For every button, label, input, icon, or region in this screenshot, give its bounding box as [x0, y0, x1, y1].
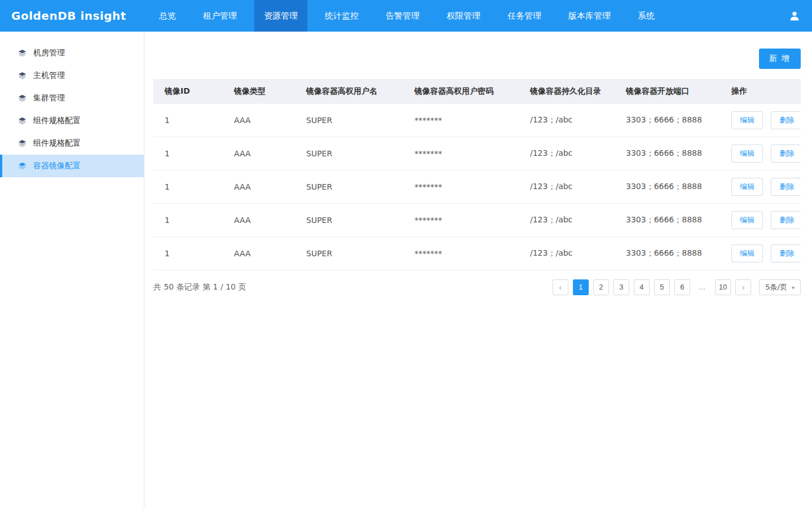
- page-size-value: 5条/页: [765, 282, 787, 292]
- table-footer: 共 50 条记录 第 1 / 10 页 ‹ 1 2 3 4 5 6 … 10 ›…: [153, 279, 801, 295]
- cell-username: SUPER: [295, 104, 403, 137]
- cell-username: SUPER: [295, 204, 403, 237]
- cell-password: *******: [403, 137, 519, 170]
- cell-actions: 编辑 删除: [720, 104, 801, 137]
- page-button-6[interactable]: 6: [674, 279, 690, 295]
- sidebar-item-cluster-mgmt[interactable]: 集群管理: [0, 87, 144, 110]
- pagination: ‹ 1 2 3 4 5 6 … 10 › 5条/页 ▾: [553, 279, 801, 295]
- cell-ports: 3303；6666；8888: [615, 170, 720, 204]
- user-avatar-icon[interactable]: [787, 8, 802, 23]
- table-body: 1 AAA SUPER ******* /123；/abc 3303；6666；…: [153, 104, 801, 270]
- sidebar-item-component-spec-config-2[interactable]: 组件规格配置: [0, 132, 144, 155]
- delete-button[interactable]: 删除: [771, 178, 801, 196]
- sidebar-item-label: 机房管理: [33, 48, 65, 58]
- table-row: 1 AAA SUPER ******* /123；/abc 3303；6666；…: [153, 237, 801, 270]
- edit-button[interactable]: 编辑: [731, 178, 763, 196]
- col-header-persist-dir: 镜像容器持久化目录: [519, 79, 615, 104]
- edit-button[interactable]: 编辑: [731, 244, 763, 262]
- col-header-actions: 操作: [720, 79, 801, 104]
- sidebar-item-label: 组件规格配置: [33, 138, 81, 148]
- nav-item-overview[interactable]: 总览: [149, 0, 186, 32]
- cell-image-type: AAA: [223, 137, 295, 170]
- edit-button[interactable]: 编辑: [731, 144, 763, 163]
- nav-item-alarm-mgmt[interactable]: 告警管理: [376, 0, 429, 32]
- page-size-select[interactable]: 5条/页 ▾: [759, 279, 801, 295]
- sidebar-item-label: 组件规格配置: [33, 116, 81, 126]
- layers-icon: [18, 162, 27, 170]
- chevron-down-icon: ▾: [792, 284, 795, 291]
- table-row: 1 AAA SUPER ******* /123；/abc 3303；6666；…: [153, 204, 801, 237]
- sidebar-item-label: 主机管理: [33, 71, 65, 81]
- cell-image-id: 1: [153, 170, 223, 204]
- nav-item-system[interactable]: 系统: [628, 0, 664, 32]
- cell-image-id: 1: [153, 104, 223, 137]
- table-row: 1 AAA SUPER ******* /123；/abc 3303；6666；…: [153, 170, 801, 204]
- cell-persist-dir: /123；/abc: [519, 137, 615, 170]
- cell-ports: 3303；6666；8888: [615, 204, 720, 237]
- page-button-5[interactable]: 5: [654, 279, 670, 295]
- table-row: 1 AAA SUPER ******* /123；/abc 3303；6666；…: [153, 137, 801, 170]
- cell-actions: 编辑 删除: [720, 170, 801, 204]
- cell-password: *******: [403, 170, 519, 204]
- cell-username: SUPER: [295, 170, 403, 204]
- sidebar-item-component-spec-config-1[interactable]: 组件规格配置: [0, 110, 144, 132]
- prev-page-button[interactable]: ‹: [553, 279, 568, 295]
- cell-actions: 编辑 删除: [720, 237, 801, 270]
- cell-password: *******: [403, 237, 519, 270]
- page-button-2[interactable]: 2: [593, 279, 609, 295]
- cell-ports: 3303；6666；8888: [615, 104, 720, 137]
- nav-item-task-mgmt[interactable]: 任务管理: [498, 0, 551, 32]
- cell-ports: 3303；6666；8888: [615, 237, 720, 270]
- cell-image-type: AAA: [223, 204, 295, 237]
- cell-image-id: 1: [153, 204, 223, 237]
- main-nav: 总览 租户管理 资源管理 统计监控 告警管理 权限管理 任务管理 版本库管理 系…: [149, 0, 664, 32]
- header-row: 镜像ID 镜像类型 镜像容器高权用户名 镜像容器高权用户密码 镜像容器持久化目录…: [153, 79, 801, 104]
- cell-image-type: AAA: [223, 237, 295, 270]
- delete-button[interactable]: 删除: [771, 111, 801, 129]
- page-button-1[interactable]: 1: [573, 279, 589, 295]
- nav-item-repo-mgmt[interactable]: 版本库管理: [559, 0, 620, 32]
- page-button-10[interactable]: 10: [715, 279, 731, 295]
- main-content: 新 增 镜像ID 镜像类型 镜像容器高权用户名 镜像容器高权用户密码 镜像容器持…: [144, 32, 812, 508]
- layers-icon: [18, 49, 27, 58]
- toolbar: 新 增: [153, 49, 801, 69]
- nav-item-tenant-mgmt[interactable]: 租户管理: [193, 0, 246, 32]
- sidebar: 机房管理 主机管理 集群管理 组件规格配置 组件规格配置: [0, 32, 144, 508]
- cell-image-type: AAA: [223, 104, 295, 137]
- cell-persist-dir: /123；/abc: [519, 104, 615, 137]
- cell-password: *******: [403, 204, 519, 237]
- image-config-table: 镜像ID 镜像类型 镜像容器高权用户名 镜像容器高权用户密码 镜像容器持久化目录…: [153, 79, 801, 270]
- table-header: 镜像ID 镜像类型 镜像容器高权用户名 镜像容器高权用户密码 镜像容器持久化目录…: [153, 79, 801, 104]
- delete-button[interactable]: 删除: [771, 244, 801, 262]
- next-page-button[interactable]: ›: [735, 279, 751, 295]
- layers-icon: [18, 139, 27, 148]
- page-ellipsis[interactable]: …: [695, 279, 710, 295]
- page-button-3[interactable]: 3: [614, 279, 629, 295]
- edit-button[interactable]: 编辑: [731, 211, 763, 229]
- delete-button[interactable]: 删除: [771, 144, 801, 163]
- sidebar-item-container-image-config[interactable]: 容器镜像配置: [0, 155, 144, 177]
- sidebar-item-machine-room-mgmt[interactable]: 机房管理: [0, 42, 144, 64]
- edit-button[interactable]: 编辑: [731, 111, 763, 129]
- page-layout: 机房管理 主机管理 集群管理 组件规格配置 组件规格配置: [0, 32, 812, 508]
- nav-item-permission-mgmt[interactable]: 权限管理: [437, 0, 490, 32]
- add-button[interactable]: 新 增: [759, 49, 801, 69]
- cell-persist-dir: /123；/abc: [519, 237, 615, 270]
- cell-username: SUPER: [295, 137, 403, 170]
- cell-actions: 编辑 删除: [720, 137, 801, 170]
- cell-image-type: AAA: [223, 170, 295, 204]
- page-button-4[interactable]: 4: [634, 279, 650, 295]
- cell-actions: 编辑 删除: [720, 204, 801, 237]
- col-header-image-id: 镜像ID: [153, 79, 223, 104]
- app-logo: GoldenDB insight: [0, 9, 149, 23]
- col-header-open-ports: 镜像容器开放端口: [615, 79, 720, 104]
- nav-item-stats-monitor[interactable]: 统计监控: [315, 0, 368, 32]
- nav-item-resource-mgmt[interactable]: 资源管理: [254, 0, 307, 32]
- sidebar-item-label: 集群管理: [33, 93, 65, 103]
- sidebar-item-label: 容器镜像配置: [33, 161, 81, 171]
- cell-ports: 3303；6666；8888: [615, 137, 720, 170]
- col-header-username: 镜像容器高权用户名: [295, 79, 403, 104]
- delete-button[interactable]: 删除: [771, 211, 801, 229]
- sidebar-item-host-mgmt[interactable]: 主机管理: [0, 64, 144, 87]
- layers-icon: [18, 94, 27, 103]
